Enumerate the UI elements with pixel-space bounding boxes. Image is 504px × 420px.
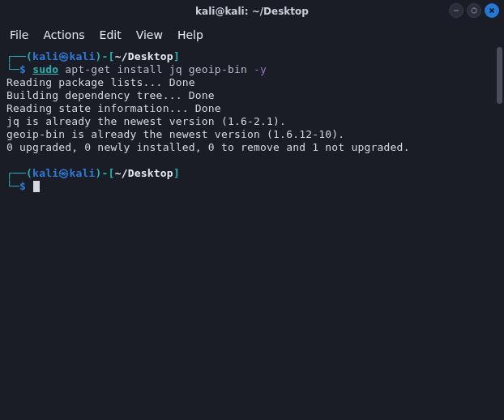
prompt-user: kali bbox=[32, 167, 58, 179]
menu-edit[interactable]: Edit bbox=[100, 28, 122, 41]
window-controls bbox=[449, 3, 499, 18]
menubar: File Actions Edit View Help bbox=[0, 23, 504, 47]
output-line: Reading state information... Done bbox=[6, 102, 221, 114]
scrollbar-thumb[interactable] bbox=[497, 47, 502, 104]
window-title: kali@kali: ~/Desktop bbox=[195, 6, 309, 17]
output-line: 0 upgraded, 0 newly installed, 0 to remo… bbox=[6, 141, 410, 153]
prompt-host: kali bbox=[69, 167, 95, 179]
maximize-button[interactable] bbox=[467, 3, 481, 18]
menu-view[interactable]: View bbox=[136, 28, 163, 41]
minimize-button[interactable] bbox=[449, 3, 463, 18]
prompt-path: ~/Desktop bbox=[115, 50, 173, 62]
prompt-sep: )-[ bbox=[96, 167, 115, 179]
cursor-block bbox=[33, 181, 40, 192]
cmd-flag: -y bbox=[254, 63, 267, 75]
terminal-output: ┌──(kali㉿kali)-[~/Desktop] └─$ sudo apt-… bbox=[6, 50, 498, 193]
svg-point-1 bbox=[472, 8, 476, 13]
prompt-dollar: $ bbox=[19, 63, 26, 75]
output-line: jq is already the newest version (1.6-2.… bbox=[6, 115, 286, 127]
close-button[interactable] bbox=[485, 3, 499, 18]
prompt-sep: )-[ bbox=[96, 50, 115, 62]
prompt-corner: ┌──( bbox=[6, 167, 32, 179]
prompt-path: ~/Desktop bbox=[115, 167, 173, 179]
cmd-rest: apt-get install jq geoip-bin bbox=[58, 63, 254, 75]
prompt-close: ] bbox=[173, 167, 180, 179]
output-line: Reading package lists... Done bbox=[6, 76, 195, 88]
cmd-sudo: sudo bbox=[32, 63, 58, 75]
prompt-close: ] bbox=[173, 50, 180, 62]
output-line: Building dependency tree... Done bbox=[6, 89, 215, 101]
prompt-corner-bot: └─ bbox=[6, 63, 19, 75]
terminal-area[interactable]: ┌──(kali㉿kali)-[~/Desktop] └─$ sudo apt-… bbox=[0, 47, 504, 420]
output-line: geoip-bin is already the newest version … bbox=[6, 128, 344, 140]
titlebar: kali@kali: ~/Desktop bbox=[0, 0, 504, 23]
prompt-corner: ┌──( bbox=[6, 50, 32, 62]
prompt-dollar: $ bbox=[19, 180, 26, 192]
menu-file[interactable]: File bbox=[10, 28, 28, 41]
prompt-host: kali bbox=[69, 50, 95, 62]
menu-actions[interactable]: Actions bbox=[43, 28, 84, 41]
menu-help[interactable]: Help bbox=[177, 28, 203, 41]
skull-icon: ㉿ bbox=[58, 50, 69, 63]
prompt-corner-bot: └─ bbox=[6, 180, 19, 192]
prompt-user: kali bbox=[32, 50, 58, 62]
skull-icon: ㉿ bbox=[58, 167, 69, 180]
